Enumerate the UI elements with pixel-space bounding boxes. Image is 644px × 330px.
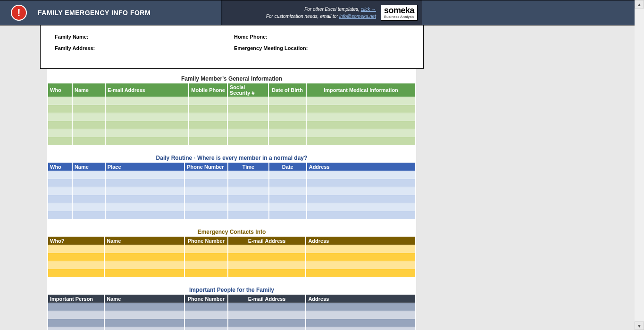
section-contacts: Emergency Contacts Info Who? Name Phone … — [47, 228, 416, 277]
scroll-down-icon[interactable]: ▼ — [635, 322, 644, 330]
col-mobile: Mobile Phone — [189, 83, 227, 97]
table-row[interactable] — [48, 253, 415, 261]
table-row[interactable] — [48, 269, 415, 277]
section-members: Family Member's General Information Who … — [47, 74, 416, 145]
section-members-title: Family Member's General Information — [47, 74, 416, 83]
table-row[interactable] — [48, 137, 415, 145]
col-phone: Phone Number — [185, 295, 227, 303]
table-row[interactable] — [48, 311, 415, 319]
form-title: FAMILY EMERGENCY INFO FORM — [38, 0, 222, 25]
col-who: Who — [48, 83, 72, 97]
vertical-scrollbar: ▲ ▼ — [635, 0, 644, 330]
header-links-text: For other Excel templates, click → For c… — [266, 6, 376, 20]
table-row[interactable] — [48, 211, 415, 219]
templates-text: For other Excel templates, — [304, 7, 360, 12]
table-row[interactable] — [48, 171, 415, 179]
someka-logo[interactable]: someka Business Analysis — [381, 5, 418, 20]
logo-sub-text: Business Analysis — [384, 15, 414, 19]
main-tables-wrap: Family Member's General Information Who … — [47, 69, 416, 330]
label-family-address: Family Address: — [55, 45, 234, 51]
table-row[interactable] — [48, 261, 415, 269]
table-routine[interactable]: Who Name Place Phone Number Time Date Ad… — [47, 162, 416, 219]
col-who: Who — [48, 163, 72, 171]
email-link[interactable]: info@someka.net — [339, 14, 376, 19]
col-person: Important Person — [48, 295, 104, 303]
header-spacer — [422, 0, 635, 25]
table-row[interactable] — [48, 129, 415, 137]
table-row[interactable] — [48, 105, 415, 113]
section-contacts-title: Emergency Contacts Info — [47, 228, 416, 236]
col-date: Date — [269, 163, 306, 171]
col-ssn: Social Security # — [228, 83, 268, 97]
worksheet-viewport[interactable]: ! FAMILY EMERGENCY INFO FORM For other E… — [0, 0, 635, 330]
logo-main-text: someka — [384, 7, 414, 14]
col-address: Address — [307, 163, 415, 171]
table-contacts[interactable]: Who? Name Phone Number E-mail Address Ad… — [47, 236, 416, 277]
col-place: Place — [106, 163, 184, 171]
info-col-right: Home Phone: Emergency Meeting Location: — [234, 34, 413, 57]
col-email: E-mail Address — [106, 83, 188, 97]
table-row[interactable] — [48, 203, 415, 211]
table-row[interactable] — [48, 121, 415, 129]
table-row[interactable] — [48, 245, 415, 253]
label-home-phone: Home Phone: — [234, 34, 413, 40]
customization-text: For customization needs, email to: — [266, 14, 338, 19]
label-meeting-location: Emergency Meeting Location: — [234, 45, 413, 51]
col-name: Name — [73, 163, 105, 171]
col-medical: Important Medical Information — [307, 83, 415, 97]
col-email: E-mail Address — [228, 295, 305, 303]
header-icon-wrap: ! — [0, 0, 38, 25]
col-time: Time — [228, 163, 268, 171]
col-phone: Phone Number — [185, 163, 227, 171]
table-row[interactable] — [48, 195, 415, 203]
col-dob: Date of Birth — [269, 83, 306, 97]
table-members[interactable]: Who Name E-mail Address Mobile Phone Soc… — [47, 83, 416, 145]
col-name: Name — [105, 237, 184, 245]
info-col-left: Family Name: Family Address: — [55, 34, 234, 57]
table-row[interactable] — [48, 113, 415, 121]
content-area: Family Name: Family Address: Home Phone:… — [0, 25, 635, 330]
templates-link[interactable]: click → — [361, 7, 376, 12]
scroll-up-icon[interactable]: ▲ — [635, 0, 644, 8]
col-phone: Phone Number — [185, 237, 227, 245]
col-address: Address — [306, 237, 415, 245]
section-people-title: Important People for the Family — [47, 286, 416, 294]
table-row[interactable] — [48, 319, 415, 327]
table-row[interactable] — [48, 179, 415, 187]
family-info-box: Family Name: Family Address: Home Phone:… — [40, 25, 424, 69]
table-row[interactable] — [48, 303, 415, 311]
col-name: Name — [73, 83, 105, 97]
table-row[interactable] — [48, 97, 415, 105]
section-people: Important People for the Family Importan… — [47, 286, 416, 330]
header-bar: ! FAMILY EMERGENCY INFO FORM For other E… — [0, 0, 635, 25]
col-who: Who? — [48, 237, 104, 245]
table-row[interactable] — [48, 327, 415, 330]
alert-icon: ! — [11, 5, 27, 21]
label-family-name: Family Name: — [55, 34, 234, 40]
col-email: E-mail Address — [228, 237, 305, 245]
header-right-panel: For other Excel templates, click → For c… — [222, 0, 422, 25]
col-name: Name — [105, 295, 184, 303]
table-people[interactable]: Important Person Name Phone Number E-mai… — [47, 294, 416, 330]
section-routine: Daily Routine - Where is every member in… — [47, 154, 416, 219]
col-address: Address — [306, 295, 415, 303]
table-row[interactable] — [48, 187, 415, 195]
section-routine-title: Daily Routine - Where is every member in… — [47, 154, 416, 162]
